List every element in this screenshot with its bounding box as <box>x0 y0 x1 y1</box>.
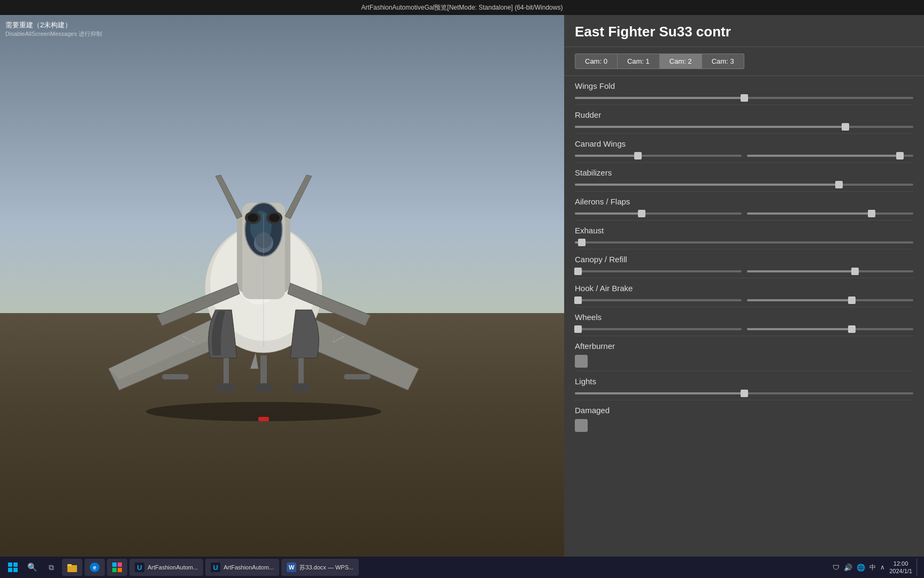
start-button[interactable] <box>4 559 21 576</box>
taskbar-shield-icon: 🛡 <box>833 564 840 572</box>
svg-rect-16 <box>162 374 189 379</box>
svg-point-11 <box>254 383 273 392</box>
canopy-refill-slider-2[interactable] <box>747 268 914 275</box>
svg-point-13 <box>217 383 236 392</box>
svg-rect-28 <box>8 568 12 572</box>
canopy-refill-slider-row <box>575 268 913 275</box>
svg-rect-35 <box>118 568 122 572</box>
svg-point-20 <box>248 214 258 222</box>
control-afterburner: Afterburner <box>575 336 913 371</box>
taskbar-ime-icon: 中 <box>869 563 876 572</box>
lights-label: Lights <box>575 377 913 386</box>
taskbar-network-icon: 🌐 <box>857 564 865 572</box>
control-ailerons-flaps: Ailerons / Flaps <box>575 192 913 220</box>
control-lights: Lights <box>575 371 913 400</box>
panel-title: East Fighter Su33 contr <box>564 15 924 47</box>
taskbar-app-edge[interactable]: e <box>84 559 105 576</box>
ailerons-flaps-slider-2[interactable] <box>747 210 914 217</box>
rudder-slider-row <box>575 124 913 130</box>
task-view-icon[interactable]: ⧉ <box>43 559 60 576</box>
wheels-slider-row <box>575 326 913 332</box>
right-panel: East Fighter Su33 contr Cam: 0Cam: 1Cam:… <box>564 15 924 557</box>
exhaust-slider-row <box>575 239 913 246</box>
rudder-slider[interactable] <box>575 124 913 130</box>
ailerons-flaps-slider-row <box>575 210 913 217</box>
hook-air-brake-label: Hook / Air Brake <box>575 284 913 293</box>
taskbar-app-icon-edge: e <box>90 562 99 572</box>
lights-slider[interactable] <box>575 390 913 397</box>
taskbar-app-icon-ue-preview1: U <box>135 562 144 572</box>
taskbar-app-windows-store[interactable] <box>107 559 127 576</box>
taskbar-app-file-explorer[interactable] <box>62 559 82 576</box>
afterburner-label: Afterburner <box>575 341 913 351</box>
svg-point-21 <box>269 214 280 222</box>
svg-rect-14 <box>298 358 304 387</box>
ailerons-flaps-slider-1[interactable] <box>575 210 742 217</box>
svg-rect-23 <box>258 417 269 421</box>
control-exhaust: Exhaust <box>575 220 913 249</box>
svg-rect-29 <box>13 568 18 572</box>
taskbar-app-ue-preview2[interactable]: UArtFashionAutom... <box>205 559 279 576</box>
taskbar-app-icon-ue-preview2: U <box>211 562 220 572</box>
svg-rect-34 <box>112 568 117 572</box>
taskbar-app-ue-preview1[interactable]: UArtFashionAutom... <box>129 559 203 576</box>
cam-button-0[interactable]: Cam: 0 <box>575 54 618 69</box>
cam-button-1[interactable]: Cam: 1 <box>618 54 660 69</box>
taskbar-app-label-word: 苏33.docx — WPS... <box>299 564 353 572</box>
svg-point-15 <box>291 383 311 392</box>
afterburner-toggle-row <box>575 355 913 368</box>
lights-slider-row <box>575 390 913 397</box>
canard-wings-slider-row <box>575 153 913 159</box>
taskbar-apps: eUArtFashionAutom...UArtFashionAutom...W… <box>62 559 359 576</box>
wheels-slider-2[interactable] <box>747 326 914 332</box>
hook-air-brake-slider-2[interactable] <box>747 297 914 303</box>
control-rudder: Rudder <box>575 105 913 134</box>
canopy-refill-slider-1[interactable] <box>575 268 742 275</box>
taskbar-overflow-icon[interactable]: ∧ <box>880 564 885 571</box>
search-icon[interactable]: 🔍 <box>24 559 41 576</box>
stabilizers-slider[interactable] <box>575 181 913 188</box>
svg-rect-26 <box>8 562 12 567</box>
taskbar-app-icon-windows-store <box>112 562 122 572</box>
control-canopy-refill: Canopy / Refill <box>575 249 913 278</box>
stabilizers-label: Stabilizers <box>575 168 913 177</box>
control-stabilizers: Stabilizers <box>575 163 913 192</box>
afterburner-toggle-button[interactable] <box>575 355 588 368</box>
damaged-toggle-row <box>575 419 913 432</box>
svg-rect-31 <box>67 564 72 566</box>
control-wings-fold: Wings Fold <box>575 76 913 105</box>
svg-rect-10 <box>260 355 267 387</box>
wings-fold-slider-row <box>575 95 913 101</box>
wings-fold-label: Wings Fold <box>575 81 913 90</box>
camera-buttons: Cam: 0Cam: 1Cam: 2Cam: 3 <box>564 47 924 76</box>
hook-air-brake-slider-1[interactable] <box>575 297 742 303</box>
cam-button-3[interactable]: Cam: 3 <box>702 54 744 69</box>
controls-list: Wings FoldRudderCanard WingsStabilizersA… <box>564 76 924 435</box>
cam-button-2[interactable]: Cam: 2 <box>660 54 702 69</box>
stabilizers-slider-row <box>575 181 913 188</box>
wheels-slider-1[interactable] <box>575 326 742 332</box>
taskbar-app-icon-word: W <box>287 562 296 572</box>
canard-wings-slider-1[interactable] <box>575 153 742 159</box>
titlebar: ArtFashionAutomotiveGal预览[NetMode: Stand… <box>0 0 924 15</box>
rebuild-message: 需要重建（2未构建） <box>5 20 102 30</box>
viewport: 需要重建（2未构建） DisableAllScreenMessages 进行抑制 <box>0 15 564 557</box>
exhaust-slider[interactable] <box>575 239 913 246</box>
damaged-toggle-button[interactable] <box>575 419 588 432</box>
svg-rect-27 <box>13 562 18 567</box>
taskbar-right: 🛡 🔊 🌐 中 ∧ 12:002024/1/1 <box>833 559 920 576</box>
rudder-label: Rudder <box>575 110 913 119</box>
taskbar-show-desktop[interactable] <box>917 559 920 576</box>
taskbar-app-word[interactable]: W苏33.docx — WPS... <box>281 559 359 576</box>
control-hook-air-brake: Hook / Air Brake <box>575 278 913 307</box>
wheels-label: Wheels <box>575 313 913 322</box>
canard-wings-slider-2[interactable] <box>747 153 914 159</box>
titlebar-text: ArtFashionAutomotiveGal预览[NetMode: Stand… <box>361 3 563 12</box>
wings-fold-slider[interactable] <box>575 95 913 101</box>
control-canard-wings: Canard Wings <box>575 134 913 163</box>
taskbar-datetime: 12:002024/1/1 <box>889 560 912 575</box>
taskbar: 🔍 ⧉ eUArtFashionAutom...UArtFashionAutom… <box>0 557 924 578</box>
ailerons-flaps-label: Ailerons / Flaps <box>575 197 913 206</box>
taskbar-volume-icon: 🔊 <box>844 564 852 572</box>
svg-rect-32 <box>112 562 117 567</box>
